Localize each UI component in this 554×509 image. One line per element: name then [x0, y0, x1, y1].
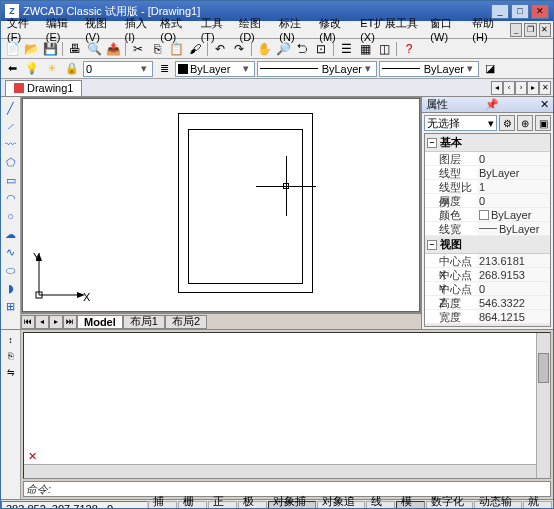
preview-icon[interactable]: 🔍 — [85, 40, 103, 58]
quick-select-icon[interactable]: ⚙ — [499, 115, 515, 131]
props-icon[interactable]: ☰ — [337, 40, 355, 58]
linetype-combo[interactable]: ByLayer▾ — [257, 61, 377, 77]
sheet-tab-layout2[interactable]: 布局2 — [165, 315, 207, 329]
cmd-close-icon[interactable]: ✕ — [26, 450, 38, 462]
mdi-minimize-button[interactable]: _ — [510, 23, 522, 37]
status-dyn[interactable]: 动态输入 — [474, 501, 522, 509]
pick-add-icon[interactable]: ⊕ — [517, 115, 533, 131]
sheet-nav-last[interactable]: ⏭ — [63, 315, 77, 329]
properties-close-icon[interactable]: ✕ — [540, 98, 549, 111]
status-snap[interactable]: 捕捉 — [148, 501, 177, 509]
coordinate-display[interactable]: 383.852, 307.7128 , 0 — [1, 501, 148, 510]
properties-grid[interactable]: −基本 图层0 线型ByLayer 线型比例1 厚度0 颜色ByLayer 线宽… — [424, 133, 551, 327]
color-combo[interactable]: ByLayer▾ — [175, 61, 255, 77]
paste-icon[interactable]: 📋 — [167, 40, 185, 58]
sheet-nav-next[interactable]: ▸ — [49, 315, 63, 329]
command-area: ↕ ⎘ ⇋ ✕ 命令: — [1, 329, 553, 499]
section-view[interactable]: −视图 — [425, 236, 550, 254]
sheet-nav-prev[interactable]: ◂ — [35, 315, 49, 329]
drawing-canvas[interactable]: YX — [22, 98, 420, 312]
rect-icon[interactable]: ▭ — [2, 171, 20, 189]
polygon-icon[interactable]: ⬠ — [2, 153, 20, 171]
tab-close[interactable]: ✕ — [539, 81, 551, 95]
pan-icon[interactable]: ✋ — [255, 40, 273, 58]
move-icon[interactable]: ↕ — [3, 332, 19, 348]
scrollbar-vertical[interactable] — [536, 333, 550, 478]
section-misc[interactable]: −其它 — [425, 324, 550, 327]
layer-light-icon[interactable]: 💡 — [23, 60, 41, 78]
modify-toolbar: ↕ ⎘ ⇋ — [1, 330, 21, 499]
mdi-close-button[interactable]: ✕ — [539, 23, 551, 37]
status-model[interactable]: 模型 — [396, 501, 425, 509]
file-tab-drawing1[interactable]: Drawing1 — [5, 80, 82, 96]
sheet-tab-layout1[interactable]: 布局1 — [123, 315, 165, 329]
layer-lock-icon[interactable]: 🔒 — [63, 60, 81, 78]
new-icon[interactable]: 📄 — [3, 40, 21, 58]
properties-header: 属性 📌 ✕ — [422, 97, 553, 113]
design-center-icon[interactable]: ▦ — [356, 40, 374, 58]
publish-icon[interactable]: 📤 — [104, 40, 122, 58]
lineweight-combo[interactable]: ByLayer▾ — [379, 61, 479, 77]
arc-icon[interactable]: ◠ — [2, 189, 20, 207]
menu-window[interactable]: 窗口(W) — [426, 16, 468, 43]
tab-nav-next[interactable]: › — [515, 81, 527, 95]
sheet-nav-first[interactable]: ⏮ — [21, 315, 35, 329]
tab-nav-last[interactable]: ▸ — [527, 81, 539, 95]
menu-help[interactable]: 帮助(H) — [468, 16, 508, 43]
status-ortho[interactable]: 正交 — [208, 501, 237, 509]
copy-obj-icon[interactable]: ⎘ — [3, 348, 19, 364]
toggle-pick-icon[interactable]: ▣ — [535, 115, 551, 131]
tab-nav-first[interactable]: ◂ — [491, 81, 503, 95]
xline-icon[interactable]: ⟋ — [2, 117, 20, 135]
status-osnap[interactable]: 对象捕捉 — [268, 501, 316, 509]
layer-mgr-icon[interactable]: ≣ — [155, 60, 173, 78]
plot-style-icon[interactable]: ◪ — [481, 60, 499, 78]
insert-icon[interactable]: ⊞ — [2, 297, 20, 315]
pline-icon[interactable]: 〰 — [2, 135, 20, 153]
layer-prev-icon[interactable]: ⬅ — [3, 60, 21, 78]
revcloud-icon[interactable]: ☁ — [2, 225, 20, 243]
close-button[interactable]: ✕ — [531, 4, 549, 19]
zoom-rt-icon[interactable]: 🔎 — [274, 40, 292, 58]
maximize-button[interactable]: □ — [511, 4, 529, 19]
command-history[interactable]: ✕ — [23, 332, 551, 479]
circle-icon[interactable]: ○ — [2, 207, 20, 225]
spline-icon[interactable]: ∿ — [2, 243, 20, 261]
mdi-restore-button[interactable]: ❐ — [524, 23, 536, 37]
pin-icon[interactable]: 📌 — [485, 98, 499, 111]
status-otrack[interactable]: 对象追踪 — [317, 501, 365, 509]
cut-icon[interactable]: ✂ — [129, 40, 147, 58]
svg-text:Y: Y — [33, 253, 41, 263]
section-basic[interactable]: −基本 — [425, 134, 550, 152]
status-tablet[interactable]: 数字化仪 — [426, 501, 474, 509]
tab-nav-prev[interactable]: ‹ — [503, 81, 515, 95]
ellipse-arc-icon[interactable]: ◗ — [2, 279, 20, 297]
layer-sun-icon[interactable]: ☀ — [43, 60, 61, 78]
layer-combo[interactable]: 0▾ — [83, 61, 153, 77]
zoom-win-icon[interactable]: ⊡ — [312, 40, 330, 58]
help-icon[interactable]: ? — [400, 40, 418, 58]
status-grid[interactable]: 栅格 — [178, 501, 207, 509]
copy-icon[interactable]: ⎘ — [148, 40, 166, 58]
scrollbar-horizontal[interactable] — [24, 464, 536, 478]
line-icon[interactable]: ╱ — [2, 99, 20, 117]
ellipse-icon[interactable]: ⬭ — [2, 261, 20, 279]
print-icon[interactable]: 🖶 — [66, 40, 84, 58]
mirror-icon[interactable]: ⇋ — [3, 364, 19, 380]
selection-combo[interactable]: 无选择▾ — [424, 115, 497, 131]
save-icon[interactable]: 💾 — [41, 40, 59, 58]
draw-toolbar: ╱ ⟋ 〰 ⬠ ▭ ◠ ○ ☁ ∿ ⬭ ◗ ⊞ — [1, 97, 21, 329]
status-polar[interactable]: 极轴 — [238, 501, 267, 509]
match-icon[interactable]: 🖌 — [186, 40, 204, 58]
menubar: 文件(F) 编辑(E) 视图(V) 插入(I) 格式(O) 工具(T) 绘图(D… — [1, 21, 553, 39]
zoom-prev-icon[interactable]: ⮌ — [293, 40, 311, 58]
tool-palette-icon[interactable]: ◫ — [375, 40, 393, 58]
sheet-tab-model[interactable]: Model — [77, 315, 123, 329]
command-prompt: 命令: — [26, 482, 51, 497]
open-icon[interactable]: 📂 — [22, 40, 40, 58]
status-ready[interactable]: 就绪 — [523, 501, 552, 509]
properties-panel: 属性 📌 ✕ 无选择▾ ⚙ ⊕ ▣ −基本 图层0 线型ByLayer 线型比例… — [421, 97, 553, 329]
undo-icon[interactable]: ↶ — [211, 40, 229, 58]
status-lwt[interactable]: 线宽 — [366, 501, 395, 509]
redo-icon[interactable]: ↷ — [230, 40, 248, 58]
